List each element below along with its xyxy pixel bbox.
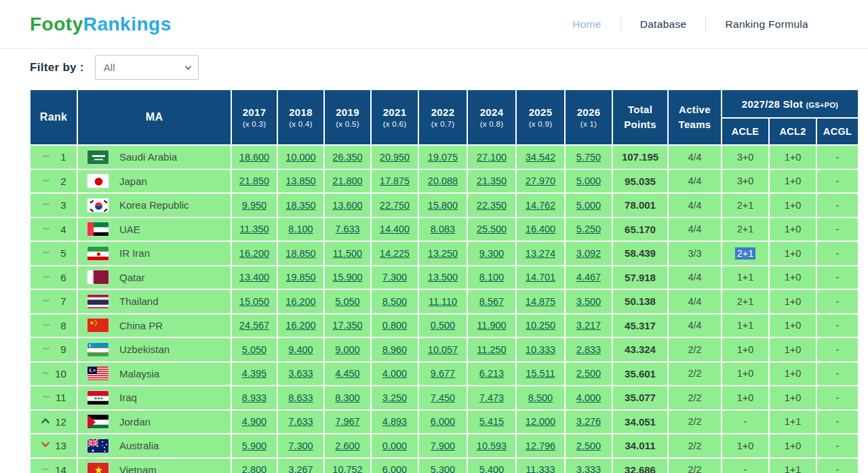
score-link[interactable]: 10.000 bbox=[285, 152, 315, 163]
score-link[interactable]: 11.500 bbox=[333, 248, 362, 259]
nav-database[interactable]: Database bbox=[621, 14, 706, 35]
score-link[interactable]: 4.450 bbox=[335, 368, 359, 379]
score-link[interactable]: 8.083 bbox=[431, 224, 455, 234]
score-link[interactable]: 21.850 bbox=[239, 176, 269, 186]
score-link[interactable]: 7.300 bbox=[382, 272, 407, 283]
score-link[interactable]: 5.400 bbox=[479, 464, 504, 473]
score-link[interactable]: 26.350 bbox=[332, 152, 362, 163]
score-link[interactable]: 10.250 bbox=[526, 320, 555, 331]
footyrankings-logo[interactable]: FootyRankings bbox=[30, 14, 172, 35]
score-link[interactable]: 13.600 bbox=[332, 200, 362, 211]
score-link[interactable]: 11.250 bbox=[477, 344, 506, 355]
score-link[interactable]: 15.900 bbox=[332, 272, 362, 283]
score-link[interactable]: 8.633 bbox=[288, 392, 313, 403]
score-link[interactable]: 5.750 bbox=[576, 152, 601, 163]
score-link[interactable]: 9.950 bbox=[242, 200, 267, 211]
score-link[interactable]: 14.225 bbox=[380, 248, 410, 259]
score-link[interactable]: 3.092 bbox=[576, 248, 601, 259]
score-link[interactable]: 4.000 bbox=[382, 368, 407, 379]
score-link[interactable]: 18.600 bbox=[239, 152, 269, 163]
score-link[interactable]: 7.450 bbox=[431, 392, 455, 403]
score-link[interactable]: 18.850 bbox=[285, 248, 315, 259]
score-link[interactable]: 9.400 bbox=[288, 344, 313, 355]
score-link[interactable]: 16.200 bbox=[285, 320, 315, 331]
score-link[interactable]: 19.850 bbox=[285, 272, 315, 283]
score-link[interactable]: 7.633 bbox=[335, 224, 359, 234]
score-link[interactable]: 4.900 bbox=[242, 416, 267, 427]
score-link[interactable]: 11.900 bbox=[477, 320, 506, 331]
score-link[interactable]: 5.900 bbox=[242, 440, 267, 451]
score-link[interactable]: 5.415 bbox=[479, 416, 504, 427]
score-link[interactable]: 13.274 bbox=[526, 248, 555, 259]
score-link[interactable]: 4.000 bbox=[576, 392, 601, 403]
score-link[interactable]: 14.400 bbox=[380, 224, 410, 234]
score-link[interactable]: 8.100 bbox=[288, 224, 313, 234]
score-link[interactable]: 3.633 bbox=[288, 368, 313, 379]
score-link[interactable]: 8.100 bbox=[479, 272, 504, 283]
score-link[interactable]: 5.000 bbox=[576, 200, 601, 211]
score-link[interactable]: 10.057 bbox=[428, 344, 458, 355]
score-link[interactable]: 8.933 bbox=[242, 392, 267, 403]
score-link[interactable]: 16.400 bbox=[526, 224, 555, 234]
score-link[interactable]: 6.000 bbox=[431, 416, 455, 427]
score-link[interactable]: 5.050 bbox=[335, 296, 359, 307]
score-link[interactable]: 22.350 bbox=[477, 200, 507, 211]
score-link[interactable]: 0.000 bbox=[382, 440, 407, 451]
score-link[interactable]: 12.796 bbox=[526, 440, 555, 451]
score-link[interactable]: 19.075 bbox=[428, 152, 458, 163]
score-link[interactable]: 9.300 bbox=[479, 248, 504, 259]
score-link[interactable]: 0.800 bbox=[382, 320, 407, 331]
score-link[interactable]: 11.350 bbox=[239, 224, 269, 234]
score-link[interactable]: 25.500 bbox=[477, 224, 507, 234]
score-link[interactable]: 12.000 bbox=[526, 416, 555, 427]
score-link[interactable]: 3.217 bbox=[576, 320, 601, 331]
score-link[interactable]: 2.500 bbox=[576, 440, 601, 451]
nav-home[interactable]: Home bbox=[553, 14, 620, 35]
score-link[interactable]: 2.800 bbox=[242, 464, 267, 473]
score-link[interactable]: 3.500 bbox=[576, 296, 601, 307]
score-link[interactable]: 3.267 bbox=[288, 464, 313, 473]
score-link[interactable]: 21.800 bbox=[332, 176, 362, 186]
score-link[interactable]: 15.511 bbox=[526, 368, 555, 379]
score-link[interactable]: 4.467 bbox=[576, 272, 601, 283]
filter-select[interactable]: All bbox=[95, 55, 199, 80]
score-link[interactable]: 2.833 bbox=[576, 344, 601, 355]
score-link[interactable]: 20.950 bbox=[380, 152, 410, 163]
score-link[interactable]: 15.050 bbox=[239, 296, 269, 307]
score-link[interactable]: 2.500 bbox=[576, 368, 601, 379]
score-link[interactable]: 8.960 bbox=[382, 344, 407, 355]
score-link[interactable]: 14.701 bbox=[526, 272, 555, 283]
score-link[interactable]: 3.276 bbox=[576, 416, 601, 427]
score-link[interactable]: 24.567 bbox=[239, 320, 269, 331]
score-link[interactable]: 13.400 bbox=[239, 272, 269, 283]
score-link[interactable]: 7.633 bbox=[288, 416, 313, 427]
score-link[interactable]: 13.850 bbox=[285, 176, 315, 186]
score-link[interactable]: 7.300 bbox=[288, 440, 313, 451]
score-link[interactable]: 5.050 bbox=[242, 344, 267, 355]
score-link[interactable]: 0.500 bbox=[431, 320, 455, 331]
score-link[interactable]: 5.250 bbox=[576, 224, 601, 234]
score-link[interactable]: 34.542 bbox=[526, 152, 555, 163]
score-link[interactable]: 27.970 bbox=[526, 176, 555, 186]
score-link[interactable]: 14.762 bbox=[526, 200, 555, 211]
score-link[interactable]: 9.000 bbox=[335, 344, 359, 355]
score-link[interactable]: 8.500 bbox=[528, 392, 553, 403]
score-link[interactable]: 18.350 bbox=[285, 200, 315, 211]
score-link[interactable]: 17.350 bbox=[332, 320, 362, 331]
score-link[interactable]: 7.900 bbox=[431, 440, 455, 451]
score-link[interactable]: 16.200 bbox=[239, 248, 269, 259]
score-link[interactable]: 6.000 bbox=[382, 464, 407, 473]
score-link[interactable]: 4.395 bbox=[242, 368, 267, 379]
score-link[interactable]: 10.752 bbox=[332, 464, 362, 473]
score-link[interactable]: 13.500 bbox=[428, 272, 458, 283]
score-link[interactable]: 8.567 bbox=[479, 296, 504, 307]
score-link[interactable]: 20.088 bbox=[428, 176, 458, 186]
score-link[interactable]: 22.750 bbox=[380, 200, 410, 211]
nav-ranking-formula[interactable]: Ranking Formula bbox=[706, 14, 827, 35]
score-link[interactable]: 5.000 bbox=[576, 176, 601, 186]
score-link[interactable]: 11.110 bbox=[429, 296, 457, 307]
score-link[interactable]: 14.875 bbox=[526, 296, 555, 307]
score-link[interactable]: 15.800 bbox=[428, 200, 458, 211]
score-link[interactable]: 8.300 bbox=[335, 392, 359, 403]
score-link[interactable]: 17.875 bbox=[380, 176, 410, 186]
